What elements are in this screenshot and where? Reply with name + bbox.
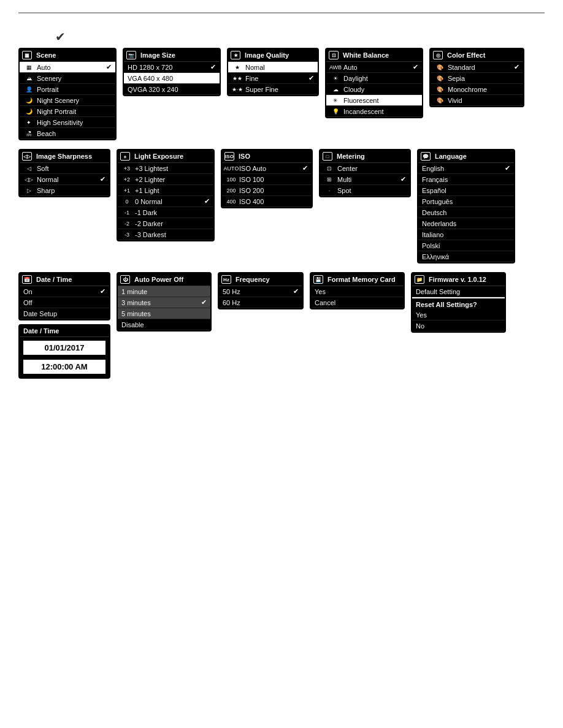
menu-item-date-time-menu-0[interactable]: On✔ (20, 286, 109, 297)
card-title-language: Language (435, 153, 467, 160)
menu-item-iso-2[interactable]: 200ISO 200 (222, 185, 312, 196)
menu-item-format-memory-0[interactable]: Yes (311, 286, 404, 297)
menu-item-language-1[interactable]: Français (418, 174, 514, 185)
menu-item-format-memory-1[interactable]: Cancel (311, 297, 404, 308)
menu-item-language-8[interactable]: Ελληνικά (418, 251, 514, 262)
menu-card-format-memory: 💾Format Memory CardYesCancel (310, 272, 405, 309)
item-label-light-exposure-6: -3 Darkest (135, 231, 166, 238)
menu-item-light-exposure-4[interactable]: -1-1 Dark (118, 207, 213, 218)
menu-item-image-quality-1[interactable]: ★★Fine✔ (228, 73, 318, 84)
menu-item-scene-3[interactable]: 🌙Night Scenery (20, 95, 115, 106)
card-header-image-quality: ★Image Quality (228, 49, 318, 62)
card-header-language: 💬Language (418, 150, 514, 163)
menu-item-scene-0[interactable]: ▦Auto✔ (20, 62, 115, 73)
menu-item-color-effect-0[interactable]: 🎨Standard✔ (431, 62, 523, 73)
menu-item-light-exposure-3[interactable]: 00 Normal✔ (118, 196, 213, 207)
menu-item-white-balance-2[interactable]: ☁Cloudy (326, 84, 422, 95)
menu-item-light-exposure-1[interactable]: +2+2 Lighter (118, 174, 213, 185)
card-header-iso: ISOISO (222, 150, 312, 163)
item-label-light-exposure-5: -2 Darker (135, 220, 163, 227)
menu-item-white-balance-1[interactable]: ☀Daylight (326, 73, 422, 84)
menu-item-image-size-2[interactable]: QVGA 320 x 240 (124, 84, 220, 95)
card-header-frequency: HzFrequency (219, 273, 302, 286)
menu-item-language-4[interactable]: Deutsch (418, 207, 514, 218)
menu-item-scene-4[interactable]: 🌙Night Portrait (20, 106, 115, 117)
menu-item-iso-0[interactable]: AUTOISO Auto✔ (222, 163, 312, 174)
card-icon-language: 💬 (421, 152, 431, 161)
menu-item-language-3[interactable]: Português (418, 196, 514, 207)
menu-item-auto-power-off-0[interactable]: 1 minute (118, 286, 210, 297)
item-icon-metering-1: ⊞ (324, 176, 335, 183)
menu-item-auto-power-off-1[interactable]: 3 minutes✔ (118, 297, 210, 308)
menu-item-frequency-1[interactable]: 60 Hz (219, 297, 302, 308)
menu-item-image-quality-0[interactable]: ★Nomal (228, 62, 318, 73)
extra-item-firmware-1[interactable]: No (412, 320, 505, 332)
menu-item-image-quality-2[interactable]: ★·★Super Fine (228, 84, 318, 95)
item-label-scene-4: Night Portrait (37, 108, 76, 115)
menu-item-auto-power-off-2[interactable]: 5 minutes (118, 308, 210, 319)
item-icon-white-balance-3: ✳ (330, 97, 341, 104)
menu-item-language-0[interactable]: English✔ (418, 163, 514, 174)
item-label-image-sharpness-2: Sharp (37, 187, 55, 194)
menu-item-scene-2[interactable]: 👤Portrait (20, 84, 115, 95)
card-icon-light-exposure: ± (120, 152, 130, 161)
menu-item-scene-6[interactable]: 🏖Beach (20, 128, 115, 139)
item-label-color-effect-0: Standard (448, 64, 475, 71)
menu-card-image-quality: ★Image Quality★Nomal★★Fine✔★·★Super Fine (227, 48, 319, 96)
card-body-metering: ⊡Center⊞Multi✔·Spot (320, 163, 410, 196)
menu-row-1: ▦Scene▦Auto✔⛰Scenery👤Portrait🌙Night Scen… (18, 48, 545, 140)
extra-item-firmware-0[interactable]: Yes (412, 309, 505, 320)
card-icon-frequency: Hz (221, 275, 231, 284)
menu-item-image-sharpness-0[interactable]: ◁Soft (20, 163, 109, 174)
item-icon-image-sharpness-0: ◁ (23, 165, 34, 172)
card-icon-format-memory: 💾 (313, 275, 323, 284)
menu-item-image-sharpness-1[interactable]: ◁▷Normal✔ (20, 174, 109, 185)
menu-item-metering-1[interactable]: ⊞Multi✔ (320, 174, 410, 185)
menu-item-iso-1[interactable]: 100ISO 100 (222, 174, 312, 185)
item-icon-color-effect-0: 🎨 (434, 64, 445, 71)
menu-item-light-exposure-2[interactable]: +1+1 Light (118, 185, 213, 196)
menu-item-image-sharpness-2[interactable]: ▷Sharp (20, 185, 109, 196)
menu-item-color-effect-1[interactable]: 🎨Sepia (431, 73, 523, 84)
item-label-image-quality-1: Fine (245, 75, 258, 82)
menu-item-light-exposure-6[interactable]: -3-3 Darkest (118, 229, 213, 240)
menu-item-light-exposure-5[interactable]: -2-2 Darker (118, 218, 213, 229)
menu-item-language-6[interactable]: Italiano (418, 229, 514, 240)
page-container: ✔ ▦Scene▦Auto✔⛰Scenery👤Portrait🌙Night Sc… (0, 0, 563, 400)
item-icon-iso-2: 200 (226, 187, 237, 194)
item-label-white-balance-4: Incandescent (343, 108, 383, 115)
item-label-image-sharpness-1: Normal (37, 176, 58, 183)
menu-item-scene-5[interactable]: ✦High Sensitivity (20, 117, 115, 128)
item-label-iso-0: ISO Auto (239, 165, 266, 172)
menu-item-metering-0[interactable]: ⊡Center (320, 163, 410, 174)
menu-item-language-2[interactable]: Español (418, 185, 514, 196)
menu-item-metering-2[interactable]: ·Spot (320, 185, 410, 196)
card-title-light-exposure: Light Exposure (134, 153, 183, 160)
menu-item-auto-power-off-3[interactable]: Disable (118, 319, 210, 330)
menu-item-image-size-1[interactable]: VGA 640 x 480 (124, 73, 220, 84)
menu-item-frequency-0[interactable]: 50 Hz✔ (219, 286, 302, 297)
menu-item-white-balance-0[interactable]: AWBAuto✔ (326, 62, 422, 73)
menu-card-metering: □Metering⊡Center⊞Multi✔·Spot (319, 149, 411, 197)
item-checkmark-image-size-0: ✔ (210, 63, 216, 71)
menu-item-scene-1[interactable]: ⛰Scenery (20, 73, 115, 84)
menu-item-firmware-0[interactable]: Default Setting (412, 286, 505, 297)
menu-item-iso-3[interactable]: 400ISO 400 (222, 196, 312, 207)
item-label-scene-6: Beach (37, 130, 56, 137)
menu-item-date-time-menu-1[interactable]: Off (20, 297, 109, 308)
item-label-scene-1: Scenery (37, 75, 61, 82)
menu-item-color-effect-2[interactable]: 🎨Monochrome (431, 84, 523, 95)
card-header-color-effect: ◎Color Effect (431, 49, 523, 62)
menu-item-date-time-menu-2[interactable]: Date Setup (20, 308, 109, 319)
card-header-firmware: 📁Firmware v. 1.0.12 (412, 273, 505, 286)
menu-item-color-effect-3[interactable]: 🎨Vivid (431, 95, 523, 106)
menu-item-language-7[interactable]: Polski (418, 240, 514, 251)
menu-item-language-5[interactable]: Nederlands (418, 218, 514, 229)
item-label-scene-2: Portrait (37, 86, 58, 93)
menu-item-light-exposure-0[interactable]: +3+3 Lightest (118, 163, 213, 174)
menu-item-white-balance-4[interactable]: 💡Incandescent (326, 106, 422, 117)
item-icon-light-exposure-3: 0 (121, 198, 132, 205)
menu-item-image-size-0[interactable]: HD 1280 x 720✔ (124, 62, 220, 73)
menu-item-white-balance-3[interactable]: ✳Fluorescent (326, 95, 422, 106)
item-label-image-size-0: HD 1280 x 720 (128, 64, 172, 71)
